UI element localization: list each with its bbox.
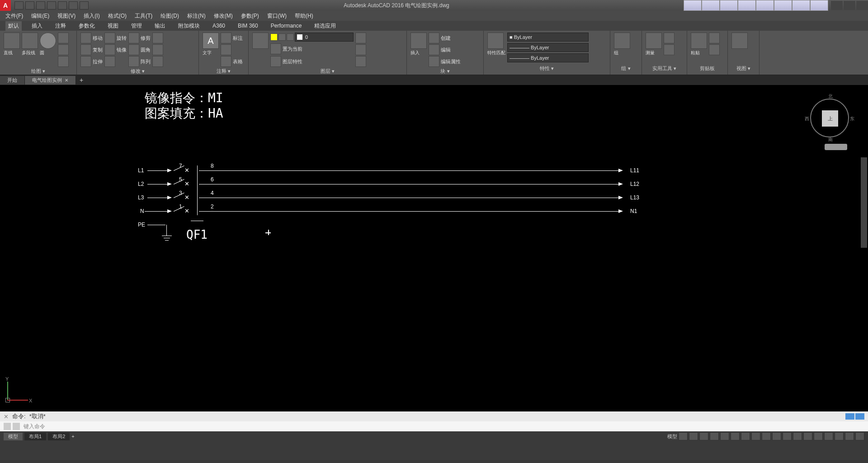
menu-modify[interactable]: 修改(M) <box>214 12 233 20</box>
menu-format[interactable]: 格式(O) <box>108 12 127 20</box>
dim-icon[interactable] <box>221 33 231 43</box>
status-model-label[interactable]: 模型 <box>667 433 677 440</box>
viewcube[interactable]: 上 北 南 东 西 <box>809 94 850 148</box>
lineweight-dropdown[interactable]: ———— ByLayer <box>507 53 589 62</box>
layer-manage-icon[interactable] <box>270 56 281 67</box>
menu-param[interactable]: 参数(P) <box>241 12 259 20</box>
tab-manage[interactable]: 管理 <box>128 21 145 31</box>
command-close-icon[interactable]: ✕ <box>4 413 9 420</box>
panel-btn-1[interactable] <box>684 0 702 11</box>
panel-btn-4[interactable] <box>738 0 756 11</box>
copy-icon[interactable] <box>80 44 91 55</box>
tab-current-file[interactable]: 电气绘图实例✕ <box>25 76 76 85</box>
tab-addins[interactable]: 附加模块 <box>175 21 203 31</box>
layout-model[interactable]: 模型 <box>4 433 23 440</box>
panel-utilities-title[interactable]: 实用工具 ▾ <box>646 64 683 73</box>
layout-2[interactable]: 布局2 <box>48 433 70 440</box>
offset-icon[interactable] <box>152 56 163 67</box>
arc-icon[interactable] <box>58 33 69 43</box>
copy-clip-icon[interactable] <box>709 44 720 55</box>
panel-modify-title[interactable]: 修改 ▾ <box>80 67 195 76</box>
layer-iso-icon[interactable] <box>355 33 366 43</box>
grid-toggle-icon[interactable] <box>679 432 688 440</box>
save-icon[interactable] <box>14 1 24 9</box>
tab-start[interactable]: 开始 <box>0 76 25 85</box>
array-icon[interactable] <box>128 56 139 67</box>
text-icon[interactable]: A <box>203 33 219 49</box>
layer-match-icon[interactable] <box>355 56 366 67</box>
polyline-icon[interactable] <box>22 33 38 49</box>
tab-close-icon[interactable]: ✕ <box>65 78 68 83</box>
panel-annotate-title[interactable]: 注释 ▾ <box>203 67 245 76</box>
isolate-icon[interactable] <box>824 432 833 440</box>
measure-icon[interactable] <box>646 33 662 49</box>
layer-bulb-icon[interactable] <box>270 33 278 41</box>
viewcube-top-face[interactable]: 上 <box>822 110 838 127</box>
tab-annotate[interactable]: 注释 <box>52 21 69 31</box>
ortho-toggle-icon[interactable] <box>699 432 708 440</box>
transparency-toggle-icon[interactable] <box>751 432 760 440</box>
tab-a360[interactable]: A360 <box>210 22 228 30</box>
move-icon[interactable] <box>80 33 91 43</box>
layer-props-icon[interactable] <box>252 33 269 49</box>
open-icon[interactable] <box>36 1 45 9</box>
viewcube-compass[interactable]: 上 北 南 东 西 <box>810 99 849 137</box>
insert-block-icon[interactable] <box>410 33 427 49</box>
otrack-toggle-icon[interactable] <box>731 432 740 440</box>
stretch-icon[interactable] <box>80 56 91 67</box>
viewcube-wcs-dropdown[interactable] <box>825 144 847 150</box>
hardware-accel-icon[interactable] <box>835 432 844 440</box>
close-icon[interactable] <box>856 1 868 10</box>
cmd-dropdown-icon[interactable] <box>13 423 20 430</box>
tab-output[interactable]: 输出 <box>152 21 168 31</box>
menu-dimension[interactable]: 标注(N) <box>187 12 206 20</box>
scale-icon[interactable] <box>104 56 115 67</box>
lweight-toggle-icon[interactable] <box>741 432 750 440</box>
units-icon[interactable] <box>803 432 812 440</box>
maximize-icon[interactable] <box>844 1 855 10</box>
layer-dropdown[interactable]: 0 <box>295 33 354 42</box>
layout-add-icon[interactable]: + <box>71 434 74 439</box>
layout-1[interactable]: 布局1 <box>24 433 46 440</box>
annotation-scale-icon[interactable] <box>772 432 781 440</box>
panel-btn-6[interactable] <box>774 0 792 11</box>
menu-edit[interactable]: 编辑(E) <box>31 12 49 20</box>
menu-insert[interactable]: 插入(I) <box>84 12 99 20</box>
panel-btn-3[interactable] <box>720 0 738 11</box>
match-props-icon[interactable] <box>487 33 504 49</box>
panel-btn-8[interactable] <box>810 0 828 11</box>
polar-toggle-icon[interactable] <box>710 432 719 440</box>
leader-icon[interactable] <box>221 44 231 55</box>
paste-icon[interactable] <box>691 33 707 49</box>
make-current-icon[interactable] <box>270 43 281 54</box>
cut-icon[interactable] <box>709 33 720 43</box>
undo-icon[interactable] <box>47 1 56 9</box>
menu-help[interactable]: 帮助(H) <box>295 12 313 20</box>
circle-icon[interactable] <box>40 33 56 49</box>
tab-insert[interactable]: 插入 <box>29 21 45 31</box>
panel-groups-title[interactable]: 组 ▾ <box>614 64 638 73</box>
panel-properties-title[interactable]: 特性 ▾ <box>487 64 606 73</box>
panel-btn-7[interactable] <box>792 0 810 11</box>
edit-block-icon[interactable] <box>429 44 439 55</box>
edit-attr-icon[interactable] <box>429 56 439 67</box>
tab-performance[interactable]: Performance <box>268 22 305 30</box>
panel-block-title[interactable]: 块 ▾ <box>410 67 480 76</box>
select-all-icon[interactable] <box>664 33 675 43</box>
print-icon[interactable] <box>69 1 78 9</box>
layer-lock-icon[interactable] <box>287 33 294 41</box>
tab-bim360[interactable]: BIM 360 <box>235 22 261 30</box>
tab-featured[interactable]: 精选应用 <box>311 21 339 31</box>
menu-tools[interactable]: 工具(T) <box>135 12 152 20</box>
menu-window[interactable]: 窗口(W) <box>267 12 287 20</box>
linetype-dropdown[interactable]: ———— ByLayer <box>507 43 589 52</box>
mirror-icon[interactable] <box>104 44 115 55</box>
color-dropdown[interactable]: ■ ByLayer <box>507 33 589 42</box>
menu-draw[interactable]: 绘图(D) <box>160 12 179 20</box>
workspace-icon[interactable] <box>783 432 792 440</box>
panel-layers-title[interactable]: 图层 ▾ <box>252 67 403 76</box>
cmd-expand-icon[interactable] <box>855 413 864 420</box>
snap-toggle-icon[interactable] <box>689 432 698 440</box>
new-icon[interactable] <box>25 1 34 9</box>
layer-off-icon[interactable] <box>355 44 366 55</box>
